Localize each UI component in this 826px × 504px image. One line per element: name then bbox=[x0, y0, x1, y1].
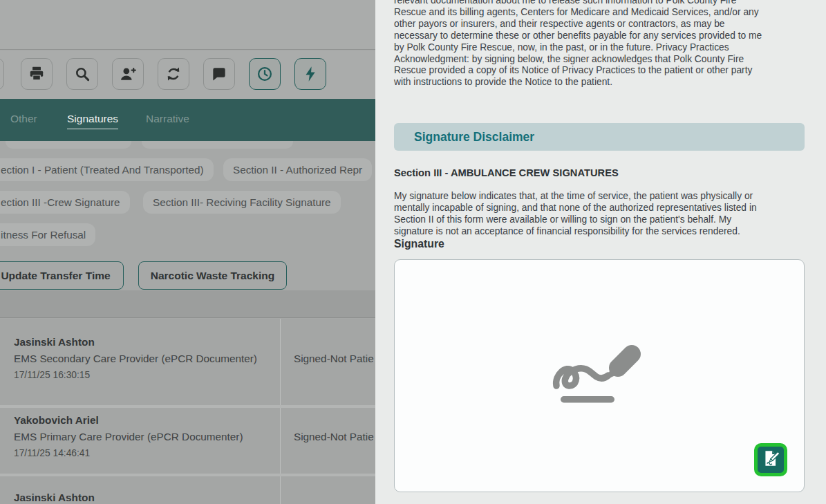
chip-partial-1[interactable] bbox=[6, 141, 131, 149]
signer-datetime: 17/11/25 14:46:41 bbox=[14, 448, 90, 458]
sign-document-button[interactable] bbox=[754, 443, 787, 476]
signer-name: Yakobovich Ariel bbox=[14, 414, 99, 427]
print-icon bbox=[28, 65, 46, 83]
crew-signature-text: My signature below indicates that, at th… bbox=[394, 190, 757, 237]
signature-disclaimer-title: Signature Disclaimer bbox=[394, 123, 805, 151]
legal-line: with instructions to provide the Notice … bbox=[394, 77, 816, 88]
legal-line: Rescue provided a copy of its Notice of … bbox=[394, 65, 816, 77]
signer-datetime: 17/11/25 16:30:15 bbox=[14, 370, 90, 380]
chip-section2-authorized[interactable]: Section II - Authorized Repr bbox=[223, 158, 372, 181]
signature-capture-area[interactable] bbox=[394, 259, 805, 492]
sign-document-icon bbox=[762, 449, 780, 470]
crew-line: mentally incapable of signing, and that … bbox=[394, 202, 757, 214]
chip-partial-2[interactable] bbox=[142, 141, 293, 149]
lightning-icon bbox=[301, 65, 319, 83]
legal-line: relevant documentation about me to relea… bbox=[394, 0, 816, 7]
crew-line: signature is not an acceptance of financ… bbox=[394, 225, 757, 237]
crew-line: My signature below indicates that, at th… bbox=[394, 190, 757, 202]
search-button[interactable] bbox=[66, 58, 98, 90]
person-add-icon bbox=[119, 65, 137, 83]
legal-disclaimer-text: relevant documentation about me to relea… bbox=[394, 0, 816, 88]
signer-role: EMS Primary Care Provider (ePCR Document… bbox=[14, 431, 243, 443]
section3-heading: Section III - AMBULANCE CREW SIGNATURES bbox=[394, 167, 619, 178]
tab-signatures[interactable]: Signatures bbox=[67, 113, 118, 129]
chip-section1-patient[interactable]: ection I - Patient (Treated And Transpor… bbox=[0, 158, 214, 181]
refresh-icon bbox=[165, 65, 182, 83]
signature-status: Signed-Not Patie bbox=[294, 353, 374, 365]
history-button[interactable] bbox=[249, 58, 281, 90]
legal-line: by Polk County Fire Rescue, now, in the … bbox=[394, 42, 816, 54]
signature-placeholder-icon bbox=[551, 340, 648, 409]
narcotic-waste-tracking-button[interactable]: Narcotic Waste Tracking bbox=[138, 261, 287, 290]
signer-name: Jasinski Ashton bbox=[14, 492, 95, 504]
signature-disclaimer-header: Signature Disclaimer bbox=[394, 123, 805, 151]
screen: Other Signatures Narrative ection I - Pa… bbox=[0, 0, 826, 504]
legal-line: other payors or insurers, and their resp… bbox=[394, 19, 816, 30]
tab-other[interactable]: Other bbox=[10, 113, 37, 125]
clock-icon bbox=[256, 65, 274, 83]
print-button[interactable] bbox=[21, 58, 53, 90]
chip-witness-refusal[interactable]: itness For Refusal bbox=[0, 223, 95, 246]
chip-section3-crew[interactable]: ection III -Crew Signature bbox=[0, 191, 130, 214]
tab-narrative[interactable]: Narrative bbox=[146, 113, 189, 125]
refresh-button[interactable] bbox=[158, 58, 189, 90]
signature-field-label: Signature bbox=[394, 238, 444, 250]
signature-status: Signed-Not Patie bbox=[294, 431, 374, 443]
crew-line: Section II of this form were available o… bbox=[394, 214, 757, 225]
update-transfer-time-button[interactable]: Update Transfer Time bbox=[0, 261, 124, 290]
chat-button[interactable] bbox=[203, 58, 235, 90]
chat-icon bbox=[210, 65, 228, 83]
signer-role: EMS Secondary Care Provider (ePCR Docume… bbox=[14, 353, 257, 365]
signer-name: Jasinski Ashton bbox=[14, 336, 95, 348]
add-person-button[interactable] bbox=[112, 58, 144, 90]
quick-actions-button[interactable] bbox=[294, 58, 326, 90]
signature-panel: relevant documentation about me to relea… bbox=[375, 0, 826, 504]
legal-line: Acknowledgment: by signing below, the si… bbox=[394, 54, 816, 66]
toolbar-button-partial[interactable] bbox=[0, 58, 4, 90]
legal-line: necessary to determine these or other be… bbox=[394, 30, 816, 42]
search-icon bbox=[73, 65, 91, 83]
legal-line: Rescue and its billing agents, Centers f… bbox=[394, 7, 816, 19]
chip-section3-receiving[interactable]: Section III- Reciving Facility Signature bbox=[143, 191, 341, 214]
